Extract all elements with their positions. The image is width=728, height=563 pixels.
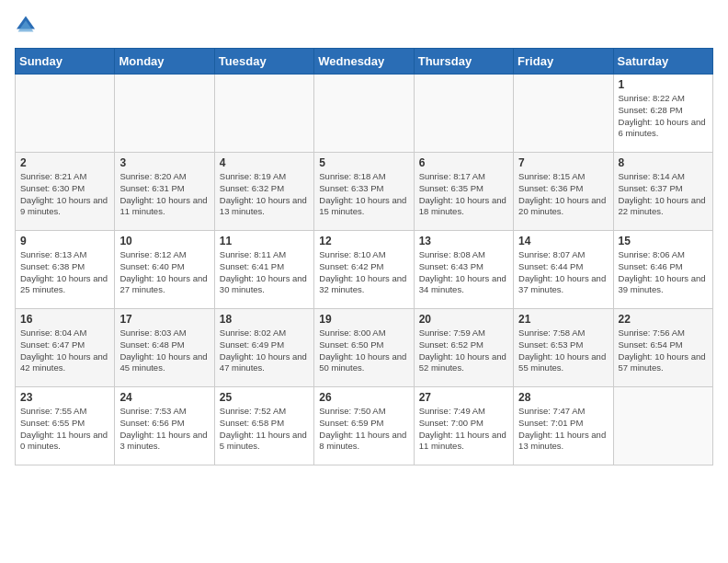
day-info: Sunrise: 8:18 AM Sunset: 6:33 PM Dayligh… xyxy=(319,171,408,218)
day-info: Sunrise: 7:58 AM Sunset: 6:53 PM Dayligh… xyxy=(518,327,608,374)
day-info: Sunrise: 8:13 AM Sunset: 6:38 PM Dayligh… xyxy=(20,249,109,296)
day-info: Sunrise: 8:08 AM Sunset: 6:43 PM Dayligh… xyxy=(419,249,508,296)
calendar-cell-4-3: 18Sunrise: 8:02 AM Sunset: 6:49 PM Dayli… xyxy=(214,309,313,387)
calendar-cell-2-4: 5Sunrise: 8:18 AM Sunset: 6:33 PM Daylig… xyxy=(314,153,414,231)
day-info: Sunrise: 8:22 AM Sunset: 6:28 PM Dayligh… xyxy=(619,93,708,140)
day-info: Sunrise: 8:20 AM Sunset: 6:31 PM Dayligh… xyxy=(119,171,209,218)
calendar-cell-2-7: 8Sunrise: 8:14 AM Sunset: 6:37 PM Daylig… xyxy=(613,153,712,231)
weekday-header-monday: Monday xyxy=(115,49,214,75)
calendar-week-4: 16Sunrise: 8:04 AM Sunset: 6:47 PM Dayli… xyxy=(16,309,713,387)
calendar-cell-5-4: 26Sunrise: 7:50 AM Sunset: 6:59 PM Dayli… xyxy=(314,387,414,465)
day-number: 9 xyxy=(20,235,109,247)
calendar-cell-4-6: 21Sunrise: 7:58 AM Sunset: 6:53 PM Dayli… xyxy=(514,309,613,387)
day-info: Sunrise: 7:50 AM Sunset: 6:59 PM Dayligh… xyxy=(319,406,408,453)
weekday-header-friday: Friday xyxy=(514,49,613,75)
day-number: 17 xyxy=(119,313,209,326)
calendar-cell-1-6 xyxy=(514,75,613,153)
day-number: 13 xyxy=(419,235,508,247)
day-number: 3 xyxy=(119,156,209,169)
calendar-cell-5-5: 27Sunrise: 7:49 AM Sunset: 7:00 PM Dayli… xyxy=(414,387,513,465)
day-info: Sunrise: 8:02 AM Sunset: 6:49 PM Dayligh… xyxy=(220,327,309,374)
day-number: 4 xyxy=(220,156,309,169)
day-number: 27 xyxy=(419,391,508,404)
calendar-cell-4-5: 20Sunrise: 7:59 AM Sunset: 6:52 PM Dayli… xyxy=(414,309,513,387)
day-number: 19 xyxy=(319,313,408,326)
day-info: Sunrise: 8:15 AM Sunset: 6:36 PM Dayligh… xyxy=(518,171,608,218)
calendar-cell-4-7: 22Sunrise: 7:56 AM Sunset: 6:54 PM Dayli… xyxy=(613,309,712,387)
calendar-cell-1-1 xyxy=(16,75,115,153)
calendar-header-row: SundayMondayTuesdayWednesdayThursdayFrid… xyxy=(16,49,713,75)
calendar-cell-5-2: 24Sunrise: 7:53 AM Sunset: 6:56 PM Dayli… xyxy=(115,387,214,465)
day-number: 12 xyxy=(319,235,408,247)
calendar-week-2: 2Sunrise: 8:21 AM Sunset: 6:30 PM Daylig… xyxy=(16,153,713,231)
day-number: 10 xyxy=(119,235,209,247)
calendar-cell-4-4: 19Sunrise: 8:00 AM Sunset: 6:50 PM Dayli… xyxy=(314,309,414,387)
day-number: 5 xyxy=(319,156,408,169)
day-info: Sunrise: 8:07 AM Sunset: 6:44 PM Dayligh… xyxy=(518,249,608,296)
day-number: 15 xyxy=(619,235,708,247)
day-info: Sunrise: 8:04 AM Sunset: 6:47 PM Dayligh… xyxy=(20,327,109,374)
calendar-cell-3-6: 14Sunrise: 8:07 AM Sunset: 6:44 PM Dayli… xyxy=(514,231,613,309)
day-number: 25 xyxy=(220,391,309,404)
calendar-cell-2-1: 2Sunrise: 8:21 AM Sunset: 6:30 PM Daylig… xyxy=(16,153,115,231)
header xyxy=(15,15,713,37)
day-number: 1 xyxy=(619,78,708,91)
calendar-cell-5-7 xyxy=(613,387,712,465)
weekday-header-tuesday: Tuesday xyxy=(214,49,313,75)
calendar-cell-3-5: 13Sunrise: 8:08 AM Sunset: 6:43 PM Dayli… xyxy=(414,231,513,309)
calendar-cell-5-1: 23Sunrise: 7:55 AM Sunset: 6:55 PM Dayli… xyxy=(16,387,115,465)
day-number: 7 xyxy=(518,156,608,169)
calendar-cell-2-2: 3Sunrise: 8:20 AM Sunset: 6:31 PM Daylig… xyxy=(115,153,214,231)
logo-icon xyxy=(15,15,37,33)
logo xyxy=(15,15,40,37)
day-number: 22 xyxy=(619,313,708,326)
weekday-header-saturday: Saturday xyxy=(613,49,712,75)
day-info: Sunrise: 8:14 AM Sunset: 6:37 PM Dayligh… xyxy=(619,171,708,218)
day-info: Sunrise: 7:59 AM Sunset: 6:52 PM Dayligh… xyxy=(419,327,508,374)
day-number: 20 xyxy=(419,313,508,326)
calendar-cell-1-3 xyxy=(214,75,313,153)
day-number: 2 xyxy=(20,156,109,169)
weekday-header-thursday: Thursday xyxy=(414,49,513,75)
day-info: Sunrise: 7:47 AM Sunset: 7:01 PM Dayligh… xyxy=(518,406,608,453)
day-number: 16 xyxy=(20,313,109,326)
calendar-week-5: 23Sunrise: 7:55 AM Sunset: 6:55 PM Dayli… xyxy=(16,387,713,465)
calendar-cell-2-6: 7Sunrise: 8:15 AM Sunset: 6:36 PM Daylig… xyxy=(514,153,613,231)
calendar-cell-4-1: 16Sunrise: 8:04 AM Sunset: 6:47 PM Dayli… xyxy=(16,309,115,387)
day-info: Sunrise: 8:03 AM Sunset: 6:48 PM Dayligh… xyxy=(119,327,209,374)
calendar-cell-2-3: 4Sunrise: 8:19 AM Sunset: 6:32 PM Daylig… xyxy=(214,153,313,231)
weekday-header-wednesday: Wednesday xyxy=(314,49,414,75)
calendar-cell-3-1: 9Sunrise: 8:13 AM Sunset: 6:38 PM Daylig… xyxy=(16,231,115,309)
calendar-cell-1-5 xyxy=(414,75,513,153)
calendar-cell-1-2 xyxy=(115,75,214,153)
day-info: Sunrise: 7:53 AM Sunset: 6:56 PM Dayligh… xyxy=(119,406,209,453)
day-number: 14 xyxy=(518,235,608,247)
day-number: 28 xyxy=(518,391,608,404)
calendar-cell-1-4 xyxy=(314,75,414,153)
day-info: Sunrise: 8:00 AM Sunset: 6:50 PM Dayligh… xyxy=(319,327,408,374)
calendar-cell-5-3: 25Sunrise: 7:52 AM Sunset: 6:58 PM Dayli… xyxy=(214,387,313,465)
calendar-week-1: 1Sunrise: 8:22 AM Sunset: 6:28 PM Daylig… xyxy=(16,75,713,153)
day-info: Sunrise: 8:12 AM Sunset: 6:40 PM Dayligh… xyxy=(119,249,209,296)
calendar: SundayMondayTuesdayWednesdayThursdayFrid… xyxy=(15,48,713,465)
day-info: Sunrise: 8:19 AM Sunset: 6:32 PM Dayligh… xyxy=(220,171,309,218)
day-info: Sunrise: 8:17 AM Sunset: 6:35 PM Dayligh… xyxy=(419,171,508,218)
calendar-cell-1-7: 1Sunrise: 8:22 AM Sunset: 6:28 PM Daylig… xyxy=(613,75,712,153)
day-number: 11 xyxy=(220,235,309,247)
day-number: 23 xyxy=(20,391,109,404)
calendar-cell-3-7: 15Sunrise: 8:06 AM Sunset: 6:46 PM Dayli… xyxy=(613,231,712,309)
calendar-cell-2-5: 6Sunrise: 8:17 AM Sunset: 6:35 PM Daylig… xyxy=(414,153,513,231)
calendar-cell-4-2: 17Sunrise: 8:03 AM Sunset: 6:48 PM Dayli… xyxy=(115,309,214,387)
day-number: 21 xyxy=(518,313,608,326)
day-info: Sunrise: 7:49 AM Sunset: 7:00 PM Dayligh… xyxy=(419,406,508,453)
day-number: 18 xyxy=(220,313,309,326)
day-info: Sunrise: 8:21 AM Sunset: 6:30 PM Dayligh… xyxy=(20,171,109,218)
calendar-cell-3-4: 12Sunrise: 8:10 AM Sunset: 6:42 PM Dayli… xyxy=(314,231,414,309)
calendar-cell-3-3: 11Sunrise: 8:11 AM Sunset: 6:41 PM Dayli… xyxy=(214,231,313,309)
calendar-cell-5-6: 28Sunrise: 7:47 AM Sunset: 7:01 PM Dayli… xyxy=(514,387,613,465)
day-info: Sunrise: 7:55 AM Sunset: 6:55 PM Dayligh… xyxy=(20,406,109,453)
day-number: 26 xyxy=(319,391,408,404)
day-info: Sunrise: 7:56 AM Sunset: 6:54 PM Dayligh… xyxy=(619,327,708,374)
day-number: 24 xyxy=(119,391,209,404)
day-info: Sunrise: 8:11 AM Sunset: 6:41 PM Dayligh… xyxy=(220,249,309,296)
